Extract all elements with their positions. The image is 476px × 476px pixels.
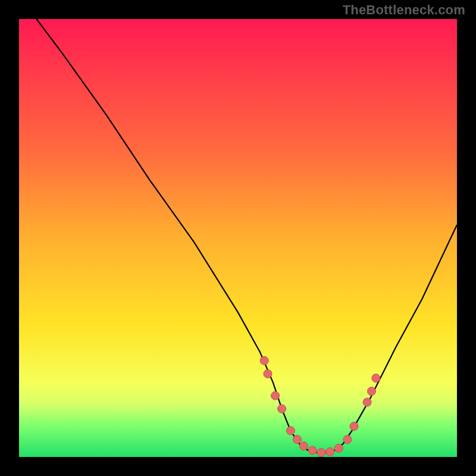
marker-point [278,405,286,413]
chart-frame: TheBottleneck.com [0,0,476,476]
marker-point [264,369,272,378]
plot-area [19,19,457,457]
marker-point [260,356,268,365]
marker-point [293,436,301,444]
marker-point [299,442,308,450]
marker-point [350,422,358,431]
marker-point [343,436,352,444]
watermark-label: TheBottleneck.com [343,2,465,18]
bottleneck-curve [36,19,457,453]
marker-point [368,387,376,396]
marker-point [317,449,325,457]
marker-point [308,446,317,455]
marker-point [363,398,371,406]
marker-point [372,374,380,383]
marker-point [271,392,280,400]
highlight-markers [260,356,380,457]
marker-point [286,427,295,435]
marker-point [334,444,343,452]
curve-layer [19,19,457,457]
marker-point [326,447,334,456]
